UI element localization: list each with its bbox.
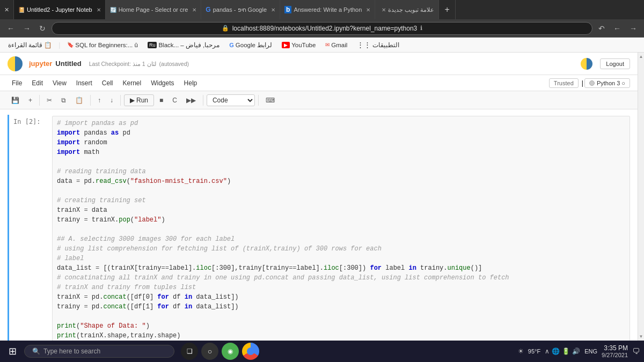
tab-new-bookmark-close[interactable]: ✕	[382, 7, 386, 13]
temperature-text: 95°F	[528, 348, 540, 354]
bookmark-gmail[interactable]: ✉ Gmail	[321, 41, 351, 49]
green-app-icon: ◉	[228, 348, 233, 355]
toolbar-separator-3	[120, 95, 121, 106]
copy-button[interactable]: ⧉	[57, 94, 70, 106]
interrupt-button[interactable]: ■	[156, 94, 167, 106]
notebook-area[interactable]: In [2]: # import pandas as pd import pan…	[0, 109, 638, 341]
cell-code-area[interactable]: # import pandas as pd import pandas as p…	[52, 116, 630, 341]
gmail-icon: ✉	[325, 42, 330, 48]
black-icon: Ru	[148, 42, 157, 48]
address-text: localhost:8889/notebooks/Untitled2.ipynb…	[232, 25, 418, 32]
tab-close-btn[interactable]: ✕	[0, 0, 14, 19]
run-icon: ▶	[130, 97, 135, 104]
bookmark-black[interactable]: Ru Black... – مرحبا, فياض	[144, 40, 223, 50]
reading-list-icon: 📋	[44, 41, 52, 49]
bookmark-sql[interactable]: 🔖 SQL for Beginners:... û	[63, 41, 142, 49]
tab-homepage[interactable]: 🔄 Home Page - Select or cre ✕	[106, 0, 202, 19]
add-cell-button[interactable]: +	[25, 94, 36, 106]
save-button[interactable]: 💾	[8, 94, 23, 106]
forward-button[interactable]: →	[20, 23, 33, 34]
restart-run-button[interactable]: ▶▶	[182, 94, 200, 106]
undo-button[interactable]: ↶	[596, 23, 608, 34]
paste-button[interactable]: 📋	[71, 94, 87, 106]
toolbar-separator-4	[203, 95, 203, 106]
tab-b-icon: b	[284, 6, 291, 13]
tab-homepage-label: Home Page - Select or cre	[119, 6, 188, 13]
bookmark-google[interactable]: G Google لرابط	[225, 40, 276, 50]
tab-reload-icon: 🔄	[110, 7, 116, 13]
menu-widgets[interactable]: Widgets	[147, 78, 178, 88]
menu-insert[interactable]: Insert	[72, 78, 97, 88]
tab-untitled2[interactable]: 📔 Untitled2 - Jupyter Noteb ✕	[14, 0, 106, 19]
battery-icon[interactable]: 🔋	[562, 348, 570, 355]
speaker-icon[interactable]: 🔊	[572, 348, 580, 355]
notification-icon[interactable]: 🗨	[632, 347, 640, 356]
taskbar-icon-chrome[interactable]	[242, 343, 259, 360]
move-up-button[interactable]: ↑	[94, 94, 105, 106]
nav-arrow-back[interactable]: ←	[611, 23, 624, 34]
tab-untitled2-close[interactable]: ✕	[97, 7, 101, 13]
google-icon: G	[229, 42, 234, 48]
cell-label: In [2]:	[9, 116, 52, 125]
tab-homepage-close[interactable]: ✕	[192, 7, 196, 13]
bookmark-black-label: Black... – مرحبا, فياض	[158, 41, 219, 49]
tab-pandas-label: pandas - חיפ Google	[213, 6, 267, 13]
taskbar-icon-green[interactable]: ◉	[222, 343, 239, 360]
tab-answered-label: Answered: Write a Python	[294, 6, 362, 13]
autosaved-text: (autosaved)	[159, 61, 189, 67]
apps-grid-icon: ⋮⋮	[357, 41, 371, 49]
nav-arrow-forward[interactable]: →	[627, 23, 640, 34]
menu-view[interactable]: View	[48, 78, 71, 88]
weather-icon: ☀	[518, 348, 524, 355]
scroll-down-button[interactable]: ▼	[638, 333, 644, 341]
tab-new-bookmark[interactable]: علامة تبويب جديدة ✕	[375, 0, 439, 19]
bookmark-youtube[interactable]: ▶ YouTube	[278, 41, 319, 49]
bookmark-apps[interactable]: ⋮⋮ التطبيقات	[353, 40, 403, 50]
run-label: Run	[136, 97, 148, 104]
back-button[interactable]: ←	[4, 23, 17, 34]
reload-button[interactable]: ↻	[36, 23, 48, 34]
kernel-separator: |	[582, 79, 583, 87]
lock-icon: 🔒	[222, 25, 229, 32]
run-button[interactable]: ▶ Run	[124, 94, 154, 106]
logout-button[interactable]: Logout	[600, 58, 630, 69]
menu-help[interactable]: Help	[180, 78, 202, 88]
cut-button[interactable]: ✂	[43, 94, 56, 106]
kernel-badge: Python 3 ○	[584, 78, 630, 88]
date-text: 9/27/2021	[602, 352, 628, 358]
scroll-up-button[interactable]: ▲	[638, 53, 644, 61]
datetime-display[interactable]: 3:35 PM 9/27/2021	[602, 344, 628, 358]
bookmarks-bar: 📋 قائمة القراءة | 🔖 SQL for Beginners:..…	[0, 38, 644, 53]
toolbar-separator-5	[258, 95, 259, 106]
menu-kernel[interactable]: Kernel	[119, 78, 146, 88]
tab-answered-close[interactable]: ✕	[366, 7, 370, 13]
kernel-label-text: Python 3 ○	[597, 80, 625, 86]
menu-edit[interactable]: Edit	[27, 78, 47, 88]
windows-start-button[interactable]: ⊞	[4, 343, 21, 359]
taskbar-search-box[interactable]: 🔍 Type here to search	[24, 345, 174, 358]
tabs-container: ✕ 📔 Untitled2 - Jupyter Noteb ✕ 🔄 Home P…	[0, 0, 644, 19]
add-tab-button[interactable]: +	[439, 0, 455, 19]
menu-cell[interactable]: Cell	[98, 78, 118, 88]
cell-type-select[interactable]: Code Markdown	[207, 94, 255, 106]
scrollbar[interactable]: ▲ ▼	[638, 53, 644, 341]
taskbar-icon-task-view[interactable]: ❑	[181, 343, 198, 360]
tab-pandas[interactable]: G pandas - חיפ Google ✕	[201, 0, 280, 19]
browser-tab-bar: ✕ 📔 Untitled2 - Jupyter Noteb ✕ 🔄 Home P…	[0, 0, 644, 19]
tab-answered[interactable]: b Answered: Write a Python ✕	[280, 0, 375, 19]
search-placeholder-text: Type here to search	[43, 348, 100, 355]
menu-file[interactable]: File	[8, 78, 26, 88]
code-cell[interactable]: In [2]: # import pandas as pd import pan…	[8, 115, 638, 341]
address-field[interactable]: 🔒 localhost:8889/notebooks/Untitled2.ipy…	[52, 22, 592, 35]
taskbar-icon-cortana[interactable]: ○	[201, 343, 218, 360]
restart-button[interactable]: C	[169, 94, 181, 106]
chevron-up-icon[interactable]: ∧	[545, 348, 550, 355]
tab-pandas-close[interactable]: ✕	[271, 7, 275, 13]
taskbar-bottom: ⊞ 🔍 Type here to search ❑ ○ ◉ ☀ 95°F ∧ 🌐…	[0, 341, 644, 362]
keyboard-shortcuts-button[interactable]: ⌨	[262, 94, 279, 106]
bookmark-reading-list[interactable]: 📋 قائمة القراءة	[4, 40, 55, 50]
bookmark-gmail-label: Gmail	[331, 42, 347, 48]
move-down-button[interactable]: ↓	[106, 94, 117, 106]
notebook-title[interactable]: Untitled	[55, 60, 81, 68]
network-icon[interactable]: 🌐	[552, 348, 560, 355]
